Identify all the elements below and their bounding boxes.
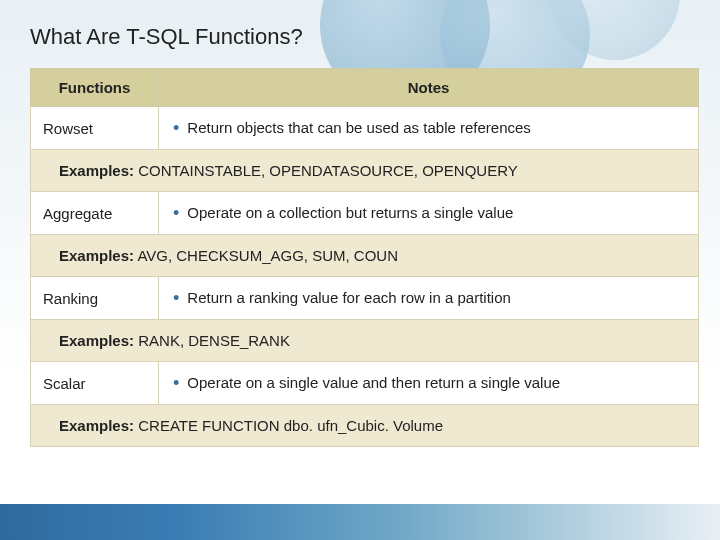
table-header-row: Functions Notes: [31, 69, 699, 107]
slide-title: What Are T-SQL Functions?: [30, 24, 702, 50]
function-name: Ranking: [31, 277, 159, 320]
examples-cell: Examples: CONTAINSTABLE, OPENDATASOURCE,…: [31, 150, 699, 192]
examples-label: Examples:: [59, 417, 134, 434]
bullet-icon: •: [173, 119, 179, 137]
examples-text: RANK, DENSE_RANK: [138, 332, 290, 349]
table-row: Rowset • Return objects that can be used…: [31, 107, 699, 150]
function-name: Scalar: [31, 362, 159, 405]
bullet-icon: •: [173, 289, 179, 307]
examples-text: CREATE FUNCTION dbo. ufn_Cubic. Volume: [138, 417, 443, 434]
function-note: • Return objects that can be used as tab…: [159, 107, 699, 150]
examples-cell: Examples: CREATE FUNCTION dbo. ufn_Cubic…: [31, 405, 699, 447]
examples-label: Examples:: [59, 247, 134, 264]
function-note: • Return a ranking value for each row in…: [159, 277, 699, 320]
functions-table: Functions Notes Rowset • Return objects …: [30, 68, 699, 447]
function-name: Rowset: [31, 107, 159, 150]
note-text: Return a ranking value for each row in a…: [187, 289, 511, 306]
slide-content: What Are T-SQL Functions? Functions Note…: [0, 0, 720, 540]
table-row: Ranking • Return a ranking value for eac…: [31, 277, 699, 320]
table-row: Aggregate • Operate on a collection but …: [31, 192, 699, 235]
table-row: Scalar • Operate on a single value and t…: [31, 362, 699, 405]
note-text: Operate on a single value and then retur…: [187, 374, 560, 391]
examples-text: CONTAINSTABLE, OPENDATASOURCE, OPENQUERY: [138, 162, 518, 179]
examples-label: Examples:: [59, 162, 134, 179]
examples-label: Examples:: [59, 332, 134, 349]
examples-cell: Examples: AVG, CHECKSUM_AGG, SUM, COUN: [31, 235, 699, 277]
function-note: • Operate on a single value and then ret…: [159, 362, 699, 405]
bullet-icon: •: [173, 204, 179, 222]
function-note: • Operate on a collection but returns a …: [159, 192, 699, 235]
header-functions: Functions: [31, 69, 159, 107]
table-row-examples: Examples: CREATE FUNCTION dbo. ufn_Cubic…: [31, 405, 699, 447]
function-name: Aggregate: [31, 192, 159, 235]
examples-cell: Examples: RANK, DENSE_RANK: [31, 320, 699, 362]
table-row-examples: Examples: AVG, CHECKSUM_AGG, SUM, COUN: [31, 235, 699, 277]
note-text: Return objects that can be used as table…: [187, 119, 531, 136]
table-row-examples: Examples: CONTAINSTABLE, OPENDATASOURCE,…: [31, 150, 699, 192]
note-text: Operate on a collection but returns a si…: [187, 204, 513, 221]
examples-text: AVG, CHECKSUM_AGG, SUM, COUN: [137, 247, 398, 264]
bullet-icon: •: [173, 374, 179, 392]
header-notes: Notes: [159, 69, 699, 107]
table-row-examples: Examples: RANK, DENSE_RANK: [31, 320, 699, 362]
